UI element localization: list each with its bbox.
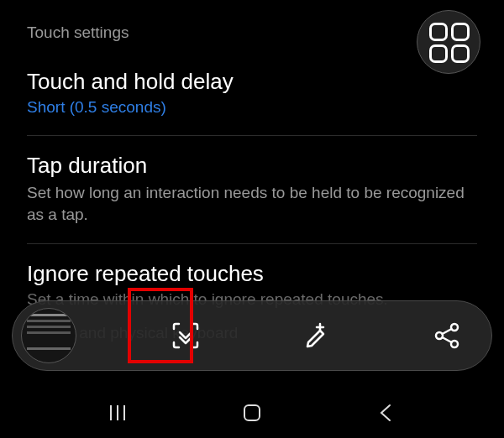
setting-tap-duration[interactable]: Tap duration Set how long an interaction… — [0, 136, 504, 243]
setting-title: Touch and hold delay — [27, 69, 477, 95]
svg-rect-10 — [244, 405, 260, 420]
edit-button[interactable] — [296, 315, 338, 357]
back-button[interactable] — [370, 396, 403, 430]
share-icon — [432, 321, 462, 351]
svg-line-5 — [442, 329, 451, 334]
grid-icon — [451, 44, 470, 63]
setting-title: Tap duration — [27, 153, 477, 179]
setting-value: Short (0.5 seconds) — [27, 98, 477, 117]
grid-icon — [451, 23, 470, 41]
setting-ignore-repeated[interactable]: Ignore repeated touches Set a time withi… — [0, 244, 504, 309]
home-icon — [240, 401, 264, 425]
recents-button[interactable] — [101, 396, 134, 430]
home-button[interactable] — [235, 396, 269, 430]
apps-grid-button[interactable] — [417, 10, 480, 74]
svg-line-6 — [442, 337, 451, 342]
scroll-capture-icon — [171, 321, 201, 351]
screenshot-toolbar — [12, 300, 492, 371]
navigation-bar — [0, 388, 504, 438]
grid-icon — [429, 23, 448, 41]
recents-icon — [106, 401, 129, 425]
share-button[interactable] — [426, 315, 468, 357]
setting-desc: Set how long an interaction needs to be … — [27, 182, 477, 225]
scroll-capture-button[interactable] — [165, 315, 207, 357]
grid-icon — [429, 44, 448, 63]
screenshot-thumbnail[interactable] — [21, 308, 76, 363]
edit-icon — [302, 321, 332, 351]
setting-title: Ignore repeated touches — [27, 261, 477, 287]
back-icon — [375, 401, 398, 425]
